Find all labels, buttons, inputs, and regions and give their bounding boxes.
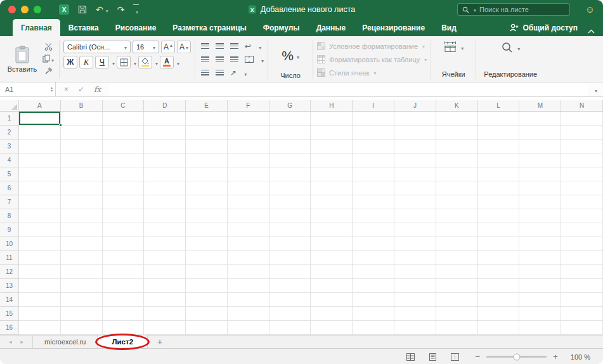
column-header-L[interactable]: L [478, 100, 520, 111]
cell-K3[interactable] [436, 140, 478, 153]
conditional-formatting-button[interactable]: Условное форматирование [317, 40, 427, 52]
cell-J3[interactable] [394, 140, 436, 153]
cell-G15[interactable] [269, 307, 311, 321]
cell-I5[interactable] [353, 167, 394, 181]
cell-I11[interactable] [353, 251, 394, 265]
row-header-13[interactable]: 13 [0, 279, 19, 293]
align-middle-button[interactable] [216, 43, 224, 49]
cell-B8[interactable] [61, 209, 103, 223]
ribbon-tab-insert[interactable]: Вставка [60, 19, 107, 36]
cell-N6[interactable] [561, 181, 603, 195]
row-header-2[interactable]: 2 [0, 126, 19, 140]
editing-button[interactable] [501, 41, 520, 54]
zoom-window-button[interactable] [34, 6, 41, 13]
align-center-button[interactable] [216, 56, 224, 62]
format-painter-button[interactable] [41, 65, 55, 76]
cell-E13[interactable] [186, 279, 228, 293]
cell-E16[interactable] [186, 321, 228, 335]
font-size-select[interactable]: 16 [133, 41, 159, 53]
cell-H4[interactable] [311, 153, 353, 167]
font-color-dropdown-arrow[interactable] [177, 57, 179, 67]
cell-C6[interactable] [103, 181, 145, 195]
borders-dropdown-arrow[interactable] [134, 57, 136, 67]
ribbon-tab-draw[interactable]: Рисование [107, 19, 165, 36]
normal-view-button[interactable] [406, 353, 415, 361]
sheet-tab-list2[interactable]: Лист2 [98, 335, 148, 348]
copy-button[interactable] [41, 53, 55, 64]
cell-C16[interactable] [103, 321, 145, 335]
cell-styles-button[interactable]: Стили ячеек [317, 67, 427, 79]
cell-A9[interactable] [19, 223, 61, 237]
cell-M10[interactable] [519, 237, 561, 251]
cell-J9[interactable] [394, 223, 436, 237]
cell-D6[interactable] [144, 181, 186, 195]
align-top-button[interactable] [201, 43, 209, 49]
cell-J12[interactable] [394, 265, 436, 279]
cell-M5[interactable] [519, 167, 561, 181]
cell-I9[interactable] [353, 223, 394, 237]
cell-M13[interactable] [519, 279, 561, 293]
cell-D4[interactable] [144, 153, 186, 167]
cell-I3[interactable] [353, 140, 394, 153]
cell-G7[interactable] [269, 195, 311, 209]
increase-font-size-button[interactable]: A [161, 41, 175, 53]
cell-D14[interactable] [144, 293, 186, 307]
cell-M4[interactable] [519, 153, 561, 167]
cell-B12[interactable] [61, 265, 103, 279]
cell-K15[interactable] [436, 307, 478, 321]
column-header-B[interactable]: B [61, 100, 103, 111]
decrease-font-size-button[interactable]: A [177, 41, 191, 53]
row-header-15[interactable]: 15 [0, 307, 19, 321]
ribbon-tab-view[interactable]: Вид [433, 19, 465, 36]
cell-M15[interactable] [519, 307, 561, 321]
cell-N2[interactable] [561, 126, 603, 140]
cell-C11[interactable] [103, 251, 145, 265]
cell-E8[interactable] [186, 209, 228, 223]
cell-N15[interactable] [561, 307, 603, 321]
cell-E6[interactable] [186, 181, 228, 195]
cell-A1[interactable] [19, 112, 61, 126]
feedback-smiley-button[interactable]: ☺ [585, 4, 595, 15]
cell-D11[interactable] [144, 251, 186, 265]
cell-N7[interactable] [561, 195, 603, 209]
ribbon-tab-data[interactable]: Данные [308, 19, 354, 36]
cell-E2[interactable] [186, 126, 228, 140]
row-header-12[interactable]: 12 [0, 265, 19, 279]
cell-B11[interactable] [61, 251, 103, 265]
cell-F8[interactable] [228, 209, 269, 223]
cell-J14[interactable] [394, 293, 436, 307]
undo-dropdown-arrow[interactable] [106, 5, 108, 14]
cell-J2[interactable] [394, 126, 436, 140]
row-header-4[interactable]: 4 [0, 153, 19, 167]
cell-F5[interactable] [228, 167, 269, 181]
next-sheet-button[interactable] [21, 339, 24, 345]
cell-H7[interactable] [311, 195, 353, 209]
cell-M14[interactable] [519, 293, 561, 307]
cell-C14[interactable] [103, 293, 145, 307]
cell-B14[interactable] [61, 293, 103, 307]
cell-B2[interactable] [61, 126, 103, 140]
cell-K10[interactable] [436, 237, 478, 251]
column-header-M[interactable]: M [519, 100, 561, 111]
cell-M12[interactable] [519, 265, 561, 279]
copy-dropdown-arrow[interactable] [51, 54, 54, 64]
merge-cells-button[interactable] [245, 56, 254, 63]
cell-D7[interactable] [144, 195, 186, 209]
cell-N11[interactable] [561, 251, 603, 265]
search-box[interactable]: Поиск на листе [457, 3, 570, 16]
cell-L11[interactable] [478, 251, 520, 265]
cell-M8[interactable] [519, 209, 561, 223]
cell-D9[interactable] [144, 223, 186, 237]
cell-C5[interactable] [103, 167, 145, 181]
cell-H1[interactable] [311, 112, 353, 126]
cell-D8[interactable] [144, 209, 186, 223]
cell-K5[interactable] [436, 167, 478, 181]
cell-L7[interactable] [478, 195, 520, 209]
cell-N1[interactable] [561, 112, 603, 126]
cell-N5[interactable] [561, 167, 603, 181]
cell-K2[interactable] [436, 126, 478, 140]
column-header-K[interactable]: K [436, 100, 478, 111]
cell-K13[interactable] [436, 279, 478, 293]
cell-N12[interactable] [561, 265, 603, 279]
row-header-7[interactable]: 7 [0, 195, 19, 209]
